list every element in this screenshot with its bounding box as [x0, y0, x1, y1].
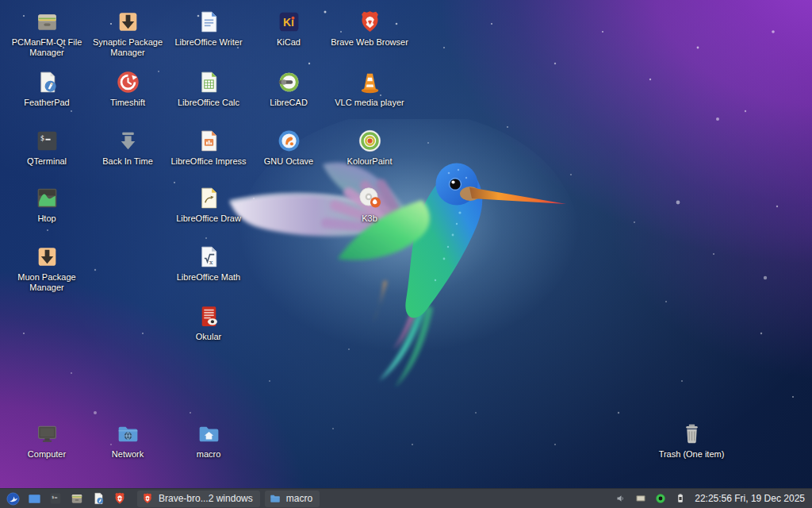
desktop-icon-label: PCManFM-Qt File Manager — [7, 37, 86, 59]
desktop-icon-libreoffice-writer[interactable]: LibreOffice Writer — [169, 8, 248, 48]
desktop-icon-libreoffice-calc[interactable]: LibreOffice Calc — [169, 68, 248, 108]
desktop-icon-macro[interactable]: macro — [169, 420, 248, 460]
desktop-icon-pcmanfm-qt-file-manager[interactable]: PCManFM-Qt File Manager — [7, 8, 86, 59]
desktop-icon-brave-web-browser[interactable]: Brave Web Browser — [330, 8, 409, 48]
desktop-icon-label: Back In Time — [102, 156, 153, 167]
desktop-icon-label: LibreCAD — [270, 98, 308, 108]
qterminal-icon: $ — [48, 491, 63, 506]
tray-record-tray-icon[interactable] — [653, 491, 668, 507]
desktop-icon-trash-one-item[interactable]: Trash (One item) — [642, 420, 741, 460]
task-button-label: macro — [286, 493, 312, 504]
synaptic-icon — [115, 9, 141, 35]
lo-impress-icon — [196, 128, 222, 154]
desktop-icon-computer[interactable]: Computer — [7, 420, 86, 460]
desktop-icon-k3b[interactable]: K3b — [330, 184, 409, 224]
desktop-icon-vlc-media-player[interactable]: VLC media player — [330, 68, 409, 108]
qterminal-icon: $ — [34, 128, 60, 154]
folder-icon — [269, 492, 282, 505]
desktop-icon-label: QTerminal — [27, 156, 67, 167]
display-tray-icon — [634, 492, 647, 505]
desktop-icon-label: Synaptic Package Manager — [88, 37, 167, 59]
kicad-icon: Ki — [276, 9, 302, 35]
task-button-macro[interactable]: macro — [265, 491, 320, 507]
desktop-icon-label: GNU Octave — [264, 156, 313, 167]
desktop-icon-muon-package-manager[interactable]: Muon Package Manager — [7, 243, 86, 294]
lo-math-icon: x — [196, 244, 222, 270]
desktop-pager-icon — [27, 491, 42, 506]
desktop-icon-label: Network — [112, 449, 144, 460]
record-tray-icon — [654, 492, 667, 505]
desktop-icon-network[interactable]: Network — [88, 420, 167, 460]
pcmanfm-icon — [34, 9, 60, 35]
desktop-icon-label: VLC media player — [335, 98, 404, 108]
librecad-icon — [276, 69, 302, 95]
desktop-icon-label: LibreOffice Impress — [170, 156, 246, 167]
desktop-icon-libreoffice-impress[interactable]: LibreOffice Impress — [169, 127, 248, 167]
macro-folder-icon — [196, 421, 222, 447]
desktop-icon-kicad[interactable]: KiKiCad — [249, 8, 328, 48]
desktop-icon-label: Muon Package Manager — [7, 272, 86, 294]
desktop-icon-kolourpaint[interactable]: KolourPaint — [330, 127, 409, 167]
desktop-icon-synaptic-package-manager[interactable]: Synaptic Package Manager — [88, 8, 167, 59]
desktop-icon-qterminal[interactable]: $QTerminal — [7, 127, 86, 167]
svg-text:$: $ — [52, 495, 54, 499]
svg-text:$: $ — [40, 134, 44, 142]
tray-display-tray-icon[interactable] — [634, 491, 648, 507]
brave-icon — [113, 491, 127, 506]
network-folder-icon — [115, 421, 141, 447]
lo-calc-icon — [196, 69, 222, 95]
desktop-icon-okular[interactable]: Okular — [169, 302, 248, 342]
desktop-icon-featherpad[interactable]: FeatherPad — [7, 68, 86, 108]
desktop-icon-htop[interactable]: Htop — [7, 184, 86, 224]
desktop-icon-timeshift[interactable]: Timeshift — [88, 68, 167, 108]
start-menu-button[interactable] — [4, 491, 21, 507]
quick-launch-featherpad[interactable] — [90, 491, 107, 507]
desktop-icon-label: KolourPaint — [347, 156, 393, 167]
taskbar-clock[interactable]: 22:25:56 Fri, 19 Dec 2025 — [693, 493, 808, 504]
k3b-icon — [357, 185, 383, 211]
desktop-icon-label: FeatherPad — [24, 98, 69, 108]
desktop-icon-label: LibreOffice Draw — [176, 214, 241, 224]
desktop-icon-label: LibreOffice Writer — [174, 37, 242, 48]
lo-writer-icon — [196, 9, 222, 35]
tray-battery-tray-icon[interactable] — [673, 491, 688, 507]
desktop-icon-label: LibreOffice Calc — [178, 98, 239, 108]
quick-launch-brave[interactable] — [111, 491, 128, 507]
brave-icon — [357, 9, 383, 35]
desktop-icon-gnu-octave[interactable]: GNU Octave — [249, 127, 328, 167]
octave-icon — [276, 128, 302, 154]
desktop-icon-label: KiCad — [277, 37, 301, 48]
tray-volume-icon[interactable] — [614, 491, 628, 507]
task-button-label: Brave-bro...2 windows — [159, 493, 253, 504]
desktop-icon-libreoffice-draw[interactable]: LibreOffice Draw — [169, 184, 248, 224]
svg-text:x: x — [209, 259, 213, 266]
quick-launch-pcmanfm-qt[interactable] — [68, 491, 86, 507]
desktop-icon-label: Htop — [37, 214, 56, 224]
htop-icon — [34, 185, 60, 211]
desktop-icon-librecad[interactable]: LibreCAD — [249, 68, 328, 108]
taskbar: $ Brave-bro...2 windowsmacro 22:25:56 Fr… — [0, 488, 812, 508]
system-tray: 22:25:56 Fri, 19 Dec 2025 — [614, 491, 808, 507]
volume-icon — [615, 492, 627, 505]
desktop-icon-label: Timeshift — [110, 98, 145, 108]
quick-launch-area: $ — [47, 491, 128, 507]
pcmanfm-icon — [70, 491, 84, 506]
kolourpaint-icon — [357, 128, 383, 154]
task-button-brave-bro-2-windows[interactable]: Brave-bro...2 windows — [137, 491, 260, 507]
desktop-icon-label: LibreOffice Math — [177, 272, 241, 283]
quick-launch-qterminal[interactable]: $ — [47, 491, 64, 507]
battery-tray-icon — [674, 492, 687, 505]
desktop-icon-label: macro — [197, 449, 221, 460]
desktop-icon-grid: PCManFM-Qt File ManagerSynaptic Package … — [0, 0, 812, 508]
lo-draw-icon — [196, 185, 222, 211]
brave-icon — [141, 492, 154, 505]
desktop-icon-libreoffice-math[interactable]: xLibreOffice Math — [169, 243, 248, 283]
featherpad-icon — [34, 69, 60, 95]
computer-icon — [34, 421, 60, 447]
desktop-pager[interactable] — [25, 491, 43, 507]
desktop-icon-label: K3b — [362, 214, 377, 224]
timeshift-icon — [115, 69, 141, 95]
desktop-icon-label: Brave Web Browser — [331, 37, 408, 48]
task-button-area: Brave-bro...2 windowsmacro — [132, 491, 320, 507]
desktop-icon-back-in-time[interactable]: Back In Time — [88, 127, 167, 167]
